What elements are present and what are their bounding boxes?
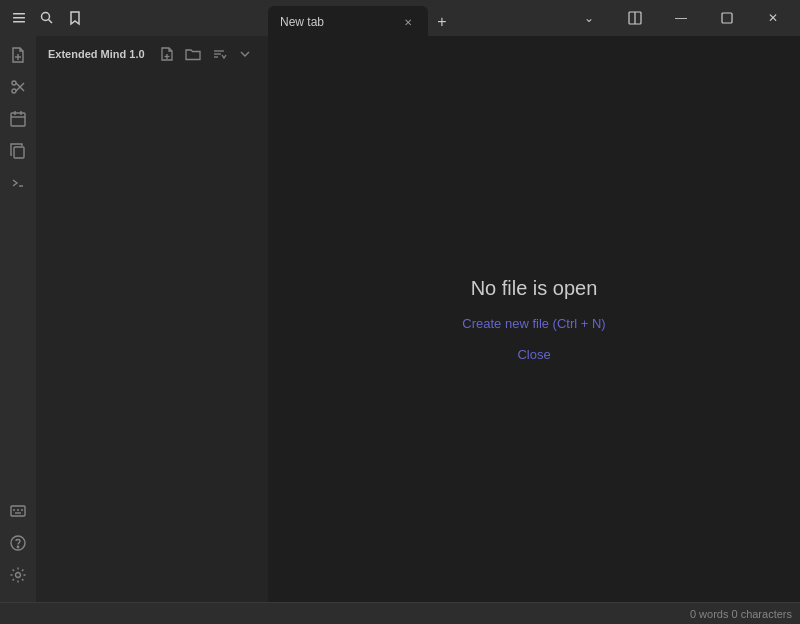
- main-content: Extended Mind 1.0: [0, 36, 800, 602]
- activity-bar-top: [3, 40, 33, 496]
- settings-icon[interactable]: [3, 560, 33, 590]
- svg-point-26: [17, 546, 18, 547]
- svg-point-27: [16, 573, 21, 578]
- svg-rect-18: [14, 147, 24, 158]
- close-link[interactable]: Close: [517, 347, 550, 362]
- sidebar-new-file-action[interactable]: [156, 43, 178, 65]
- svg-rect-14: [11, 113, 25, 126]
- close-button[interactable]: ✕: [750, 0, 796, 36]
- status-bar: 0 words 0 characters: [0, 602, 800, 624]
- activity-bar-bottom: [3, 496, 33, 598]
- svg-rect-2: [13, 21, 25, 23]
- copy-icon[interactable]: [3, 136, 33, 166]
- word-count-status: 0 words 0 characters: [690, 608, 792, 620]
- title-bar-left: [0, 7, 268, 29]
- svg-rect-0: [13, 13, 25, 15]
- tab-close-button[interactable]: ✕: [400, 14, 416, 30]
- tab-new[interactable]: New tab ✕: [268, 6, 428, 38]
- svg-line-4: [49, 20, 53, 24]
- sidebar-open-folder-action[interactable]: [182, 43, 204, 65]
- activity-bar: [0, 36, 36, 602]
- help-icon[interactable]: [3, 528, 33, 558]
- svg-rect-1: [13, 17, 25, 19]
- sidebar-header: Extended Mind 1.0: [36, 36, 268, 72]
- window-controls: ⌄ — ✕: [566, 0, 800, 36]
- calendar-icon[interactable]: [3, 104, 33, 134]
- keyboard-shortcut-icon[interactable]: [3, 496, 33, 526]
- svg-point-10: [12, 81, 16, 85]
- tab-label: New tab: [280, 15, 324, 29]
- editor-area: No file is open Create new file (Ctrl + …: [268, 36, 800, 602]
- svg-point-3: [42, 13, 50, 21]
- create-new-file-link[interactable]: Create new file (Ctrl + N): [462, 316, 605, 331]
- sidebar-sort-action[interactable]: [208, 43, 230, 65]
- search-icon[interactable]: [36, 7, 58, 29]
- sidebar-more-action[interactable]: [234, 43, 256, 65]
- svg-rect-7: [722, 13, 732, 23]
- bookmark-icon[interactable]: [64, 7, 86, 29]
- split-view-control[interactable]: [612, 0, 658, 36]
- sidebar-title: Extended Mind 1.0: [48, 48, 152, 60]
- editor-content: No file is open Create new file (Ctrl + …: [268, 36, 800, 602]
- terminal-icon[interactable]: [3, 168, 33, 198]
- title-bar: New tab ✕ + ⌄ — ✕: [0, 0, 800, 36]
- new-file-icon[interactable]: [3, 40, 33, 70]
- chevron-down-control[interactable]: ⌄: [566, 0, 612, 36]
- app-menu-icon[interactable]: [8, 7, 30, 29]
- tabs-area: New tab ✕ +: [268, 0, 566, 36]
- no-file-title: No file is open: [471, 277, 598, 300]
- sidebar: Extended Mind 1.0: [36, 36, 268, 602]
- minimize-button[interactable]: —: [658, 0, 704, 36]
- svg-point-11: [12, 89, 16, 93]
- new-tab-button[interactable]: +: [428, 8, 456, 36]
- restore-button[interactable]: [704, 0, 750, 36]
- scissors-icon[interactable]: [3, 72, 33, 102]
